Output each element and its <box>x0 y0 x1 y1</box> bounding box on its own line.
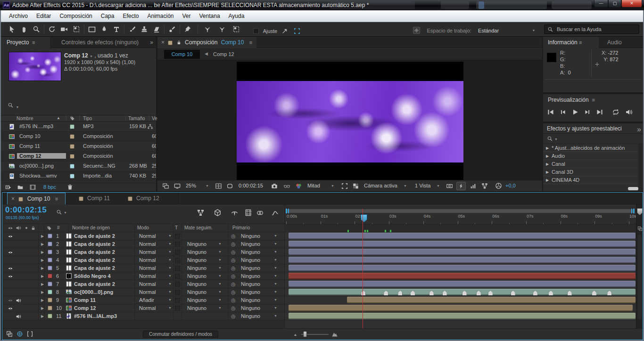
table-row[interactable]: Comp 12Composición60 <box>1 152 156 162</box>
previous-frame-button[interactable] <box>559 108 567 116</box>
parent-chevron-icon[interactable]: ▼ <box>274 314 277 317</box>
graph-editor-icon[interactable] <box>271 209 279 217</box>
region-of-interest-icon[interactable] <box>341 183 348 189</box>
label-color-chip[interactable] <box>70 134 74 139</box>
layer-label-chip[interactable] <box>48 266 52 270</box>
mode-chevron-icon[interactable]: ▼ <box>168 250 172 253</box>
effects-search-field[interactable]: ▼ <box>543 134 643 144</box>
viewer-timecode[interactable]: 0:00:02:15 <box>239 183 263 188</box>
matte-chevron-icon[interactable]: ▼ <box>218 242 222 245</box>
mode-chevron-icon[interactable]: ▼ <box>168 266 172 269</box>
parent-pickwhip-icon[interactable]: ◎ <box>231 257 236 263</box>
camera-tool[interactable] <box>58 23 70 35</box>
layer-switch-box[interactable] <box>175 306 180 311</box>
layer-label-chip[interactable] <box>48 298 52 302</box>
resolution-chevron-icon[interactable]: ▼ <box>331 184 334 187</box>
label-color-chip[interactable] <box>70 164 74 169</box>
selection-tool[interactable] <box>6 23 18 35</box>
parent-pickwhip-icon[interactable]: ◎ <box>231 233 236 239</box>
layer-source-name[interactable]: Comp 12 <box>74 305 96 311</box>
effects-category-row[interactable]: ▶CINEMA 4D <box>543 176 637 184</box>
layer-duration-bar[interactable] <box>289 233 636 239</box>
layer-row[interactable]: ▶3Capa de ajuste 2Normal▼Ninguno▼◎Ningun… <box>2 248 284 256</box>
view-layout-chevron-icon[interactable]: ▼ <box>437 184 440 187</box>
zoom-tool[interactable] <box>30 23 42 35</box>
toggle-switches-modes-button[interactable]: Conmutar definidores / modos <box>143 331 218 338</box>
layer-row[interactable]: ▶1Capa de ajuste 2Normal▼◎Ninguno▼ <box>2 232 284 240</box>
layer-row[interactable]: ▶10Comp 12Normal▼Ninguno▼◎Ninguno▼ <box>2 304 284 312</box>
col-tipo[interactable]: Tipo <box>83 116 92 121</box>
solo-column-icon[interactable] <box>24 226 29 230</box>
effects-category-row[interactable]: ▶Canal 3D <box>543 168 637 176</box>
minimize-button[interactable]: — <box>594 0 608 8</box>
layer-track-row[interactable] <box>285 232 636 240</box>
matte-chevron-icon[interactable]: ▼ <box>218 298 222 301</box>
layer-parent-select[interactable]: Ninguno <box>241 257 260 263</box>
in-out-columns-icon[interactable] <box>27 331 33 337</box>
viewer-tab[interactable]: × Composición Comp 10 ≡ <box>157 37 256 48</box>
lock-icon[interactable] <box>176 40 182 45</box>
layer-parent-select[interactable]: Ninguno <box>241 281 260 287</box>
layer-duration-bar[interactable] <box>289 241 636 247</box>
layer-duration-bar[interactable] <box>289 265 636 271</box>
layer-visibility-toggle[interactable] <box>7 298 14 303</box>
layer-switch-box[interactable] <box>175 282 180 287</box>
layer-source-name[interactable]: Sólido Negro 4 <box>74 273 111 279</box>
panel-menu-icon[interactable]: ≡ <box>32 40 35 45</box>
video-column-icon[interactable] <box>7 226 14 231</box>
matte-chevron-icon[interactable]: ▼ <box>218 266 222 269</box>
matte-chevron-icon[interactable]: ▼ <box>218 306 222 309</box>
zoom-in-mountain-icon[interactable] <box>331 331 338 337</box>
matte-chevron-icon[interactable]: ▼ <box>218 250 222 253</box>
layer-source-name[interactable]: #576 IN...IAL.mp3 <box>74 313 117 319</box>
layer-track-row[interactable] <box>285 296 636 304</box>
layer-switch-box[interactable] <box>175 274 180 279</box>
tab-controles-de-efectos[interactable]: Controles de efectos (ninguno) <box>61 37 139 48</box>
category-expander-icon[interactable]: ▶ <box>546 154 549 158</box>
layer-audio-toggle[interactable] <box>16 314 21 319</box>
table-row[interactable]: oc[0000...].pngSecuenc...NG268 MB25 <box>1 162 156 171</box>
mode-chevron-icon[interactable]: ▼ <box>168 234 172 237</box>
always-preview-icon[interactable] <box>162 183 169 189</box>
col-switches[interactable]: T <box>175 225 178 230</box>
loop-button[interactable] <box>612 108 619 116</box>
selection-brackets-icon[interactable] <box>294 28 300 34</box>
timeline-vertical-scrollbar[interactable] <box>638 235 642 319</box>
zoom-out-mountain-icon[interactable] <box>294 332 299 337</box>
layer-duration-bar[interactable] <box>347 297 636 303</box>
layer-row[interactable]: ▶2Capa de ajuste 2Normal▼Ninguno▼◎Ningun… <box>2 240 284 248</box>
layer-mode-select[interactable]: Normal <box>139 289 156 295</box>
layer-duration-bar[interactable] <box>289 305 633 311</box>
new-folder-icon[interactable] <box>17 184 24 190</box>
layer-label-chip[interactable] <box>48 258 52 262</box>
layer-mode-select[interactable]: Normal <box>139 233 156 239</box>
layer-mode-select[interactable]: Normal <box>139 265 156 271</box>
category-expander-icon[interactable]: ▶ <box>546 170 549 174</box>
label-column-icon[interactable] <box>47 226 52 231</box>
layer-visibility-toggle[interactable] <box>7 274 14 279</box>
work-area-end-handle[interactable] <box>631 209 635 213</box>
layer-label-chip[interactable] <box>48 306 52 310</box>
layer-row[interactable]: ▶9Comp 11Añadir▼Ninguno▼◎Ninguno▼ <box>2 296 284 304</box>
layer-audio-toggle[interactable] <box>16 298 21 303</box>
col-mode[interactable]: Modo <box>137 225 149 230</box>
timeline-menu-icon[interactable]: ≡ <box>55 196 58 202</box>
view-layout-select[interactable]: 1 Vista <box>415 183 430 188</box>
col-nombre[interactable]: Nombre <box>17 116 33 121</box>
col-label-icon[interactable] <box>70 116 75 121</box>
matte-chevron-icon[interactable]: ▼ <box>218 290 222 293</box>
exposure-icon[interactable] <box>495 182 502 189</box>
lock-column-icon[interactable] <box>31 226 36 231</box>
layer-source-name[interactable]: Capa de ajuste 2 <box>74 257 115 263</box>
matte-chevron-icon[interactable]: ▼ <box>218 274 222 277</box>
effects-scroll-corner[interactable] <box>628 187 638 190</box>
menu-composición[interactable]: Composición <box>55 10 96 22</box>
timeline-zoom-handle[interactable] <box>303 331 307 337</box>
layer-row[interactable]: ▶4Capa de ajuste 2Normal▼Ninguno▼◎Ningun… <box>2 256 284 264</box>
zoom-select[interactable]: 25% <box>186 183 196 188</box>
layer-mode-select[interactable]: Normal <box>139 257 156 263</box>
fast-previews-button[interactable] <box>456 182 466 190</box>
layer-matte-select[interactable]: Ninguno <box>187 265 206 271</box>
parent-pickwhip-icon[interactable]: ◎ <box>231 313 236 319</box>
camera-chevron-icon[interactable]: ▼ <box>404 184 407 187</box>
